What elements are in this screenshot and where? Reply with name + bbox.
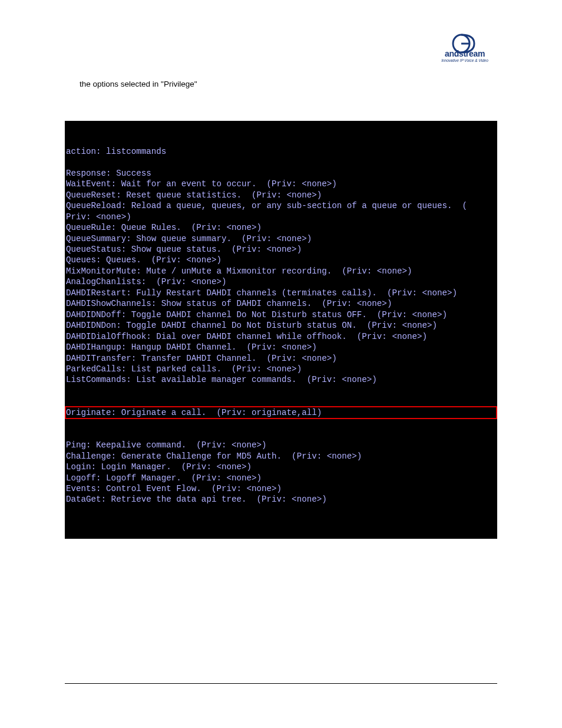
terminal-line: Logoff: Logoff Manager. (Priv: <none>)	[66, 473, 496, 483]
terminal-line: DAHDIHangup: Hangup DAHDI Channel. (Priv…	[66, 342, 496, 353]
terminal-line: DAHDIDialOffhook: Dial over DAHDI channe…	[66, 331, 496, 342]
terminal-line: AnalogChanlists: (Priv: <none>)	[66, 276, 496, 287]
terminal-line: Ping: Keepalive command. (Priv: <none>)	[66, 440, 496, 450]
terminal-line: Queues: Queues. (Priv: <none>)	[66, 255, 496, 265]
logo-brand-text: andstream	[432, 49, 497, 58]
terminal-line: Login: Login Manager. (Priv: <none>)	[66, 462, 496, 472]
document-page: andstream Innovative IP Voice & Video th…	[0, 0, 562, 574]
grandstream-logo: andstream Innovative IP Voice & Video	[432, 32, 497, 62]
terminal-lines-before: action: listcommands Response: SuccessWa…	[66, 146, 496, 386]
footer-divider	[65, 683, 497, 684]
terminal-line: DAHDIRestart: Fully Restart DAHDI channe…	[66, 288, 496, 298]
terminal-line: QueueStatus: Show queue status. (Priv: <…	[66, 244, 496, 255]
terminal-line: action: listcommands	[66, 146, 496, 157]
terminal-line: MixMonitorMute: Mute / unMute a Mixmonit…	[66, 266, 496, 276]
terminal-line: QueueRule: Queue Rules. (Priv: <none>)	[66, 222, 496, 233]
intro-text: the options selected in "Privilege"	[80, 80, 497, 88]
terminal-line: DataGet: Retrieve the data api tree. (Pr…	[66, 494, 496, 505]
terminal-line: QueueReload: Reload a queue, queues, or …	[66, 200, 496, 211]
terminal-line: DAHDIDNDoff: Toggle DAHDI channel Do Not…	[66, 309, 496, 320]
terminal-line: Priv: <none>)	[66, 212, 496, 222]
terminal-line: ParkedCalls: List parked calls. (Priv: <…	[66, 364, 496, 374]
terminal-line: DAHDIShowChannels: Show status of DAHDI …	[66, 298, 496, 309]
terminal-line: QueueSummary: Show queue summary. (Priv:…	[66, 233, 496, 244]
terminal-line	[66, 157, 496, 167]
terminal-lines-after: Ping: Keepalive command. (Priv: <none>)C…	[66, 440, 496, 505]
terminal-output: action: listcommands Response: SuccessWa…	[65, 121, 497, 539]
terminal-line: Challenge: Generate Challenge for MD5 Au…	[66, 451, 496, 462]
terminal-line: QueueReset: Reset queue statistics. (Pri…	[66, 190, 496, 200]
terminal-line: DAHDITransfer: Transfer DAHDI Channel. (…	[66, 353, 496, 364]
highlighted-originate-line: Originate: Originate a call. (Priv: orig…	[65, 406, 497, 419]
terminal-line: WaitEvent: Wait for an event to occur. (…	[66, 179, 496, 189]
terminal-line: ListCommands: List available manager com…	[66, 374, 496, 385]
terminal-line: DAHDIDNDon: Toggle DAHDI channel Do Not …	[66, 320, 496, 331]
logo-tagline: Innovative IP Voice & Video	[432, 58, 497, 62]
terminal-line: Events: Control Event Flow. (Priv: <none…	[66, 483, 496, 494]
terminal-line: Response: Success	[66, 168, 496, 179]
